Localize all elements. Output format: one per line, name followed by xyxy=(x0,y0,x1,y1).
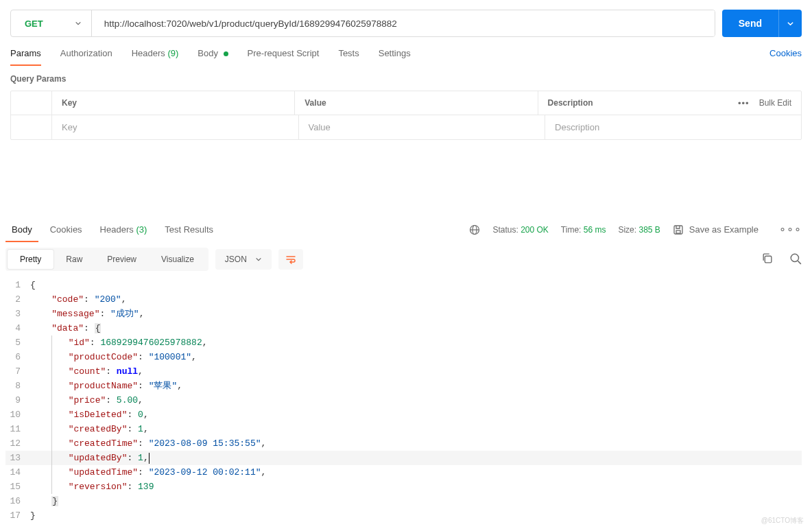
url-input[interactable] xyxy=(92,10,715,36)
time-label: Time: 56 ms xyxy=(561,225,606,235)
size-label: Size: 385 B xyxy=(618,225,660,235)
svg-line-7 xyxy=(798,261,801,264)
method-url-group: GET xyxy=(10,10,715,37)
tab-settings[interactable]: Settings xyxy=(379,43,411,64)
param-description-input[interactable] xyxy=(555,122,791,132)
resp-tab-test-results[interactable]: Test Results xyxy=(158,219,219,240)
view-preview-button[interactable]: Preview xyxy=(95,250,149,269)
send-button[interactable]: Send xyxy=(722,10,778,37)
more-columns-icon[interactable]: ••• xyxy=(738,98,750,108)
column-header-description: Description xyxy=(548,98,713,108)
format-json-dropdown[interactable]: JSON xyxy=(215,249,272,270)
time-value: 56 ms xyxy=(584,225,606,235)
send-button-group: Send xyxy=(722,10,802,37)
response-tabs: Body Cookies Headers (3) Test Results St… xyxy=(0,219,812,241)
resp-tab-headers-count: (3) xyxy=(136,224,147,235)
tab-headers-count: (9) xyxy=(167,48,178,58)
search-icon[interactable] xyxy=(789,252,802,267)
tab-headers[interactable]: Headers (9) xyxy=(132,43,179,64)
tab-authorization[interactable]: Authorization xyxy=(60,43,112,64)
wrap-lines-button[interactable] xyxy=(278,249,303,270)
bulk-edit-link[interactable]: Bulk Edit xyxy=(759,98,791,108)
status-label: Status: 200 OK xyxy=(492,225,548,235)
status-value: 200 OK xyxy=(521,225,549,235)
resp-tab-cookies[interactable]: Cookies xyxy=(44,219,88,240)
text-cursor xyxy=(149,453,150,464)
tab-body[interactable]: Body xyxy=(198,43,228,64)
globe-icon[interactable] xyxy=(469,224,480,235)
tab-params[interactable]: Params xyxy=(10,43,41,64)
response-view-bar: Pretty Raw Preview Visualize JSON xyxy=(0,241,812,278)
query-params-table: Key Value Description ••• Bulk Edit xyxy=(10,91,802,140)
body-active-dot-icon xyxy=(224,51,228,56)
cookies-link[interactable]: Cookies xyxy=(769,48,802,58)
tab-tests[interactable]: Tests xyxy=(338,43,359,64)
tab-pre-request-script[interactable]: Pre-request Script xyxy=(248,43,320,64)
table-row xyxy=(11,115,801,139)
response-status-bar: Status: 200 OK Time: 56 ms Size: 385 B S… xyxy=(469,223,802,236)
http-method-select[interactable]: GET xyxy=(11,10,92,36)
response-body-json[interactable]: 1{ 2 "code": "200", 3 "message": "成功", 4… xyxy=(0,278,812,531)
table-header-row: Key Value Description ••• Bulk Edit xyxy=(11,91,801,115)
http-method-label: GET xyxy=(25,19,43,29)
column-header-value: Value xyxy=(295,91,538,115)
tab-body-label: Body xyxy=(198,48,218,58)
view-pretty-button[interactable]: Pretty xyxy=(8,250,53,269)
chevron-down-icon xyxy=(255,256,262,263)
response-more-icon[interactable]: ∘∘∘ xyxy=(779,223,802,236)
resp-tab-headers-label: Headers xyxy=(100,224,134,235)
chevron-down-icon xyxy=(75,20,82,27)
copy-icon[interactable] xyxy=(761,252,773,266)
param-value-input[interactable] xyxy=(309,122,536,132)
resp-tab-headers[interactable]: Headers (3) xyxy=(94,219,154,240)
param-key-input[interactable] xyxy=(62,122,289,132)
svg-rect-4 xyxy=(676,231,680,233)
view-visualize-button[interactable]: Visualize xyxy=(149,250,206,269)
column-header-key: Key xyxy=(52,91,295,115)
resp-tab-body[interactable]: Body xyxy=(5,219,38,240)
tab-headers-label: Headers xyxy=(132,48,165,58)
watermark: @61CTO博客 xyxy=(761,516,804,526)
svg-point-6 xyxy=(791,254,798,261)
send-dropdown-button[interactable] xyxy=(778,10,802,37)
query-params-title: Query Params xyxy=(0,64,812,91)
request-tabs: Params Authorization Headers (9) Body Pr… xyxy=(0,43,812,64)
view-raw-button[interactable]: Raw xyxy=(53,250,95,269)
size-value: 385 B xyxy=(638,225,660,235)
view-mode-segment: Pretty Raw Preview Visualize xyxy=(5,248,208,271)
svg-rect-3 xyxy=(674,226,682,234)
svg-rect-5 xyxy=(765,256,772,263)
save-as-example-button[interactable]: Save as Example xyxy=(673,224,759,235)
